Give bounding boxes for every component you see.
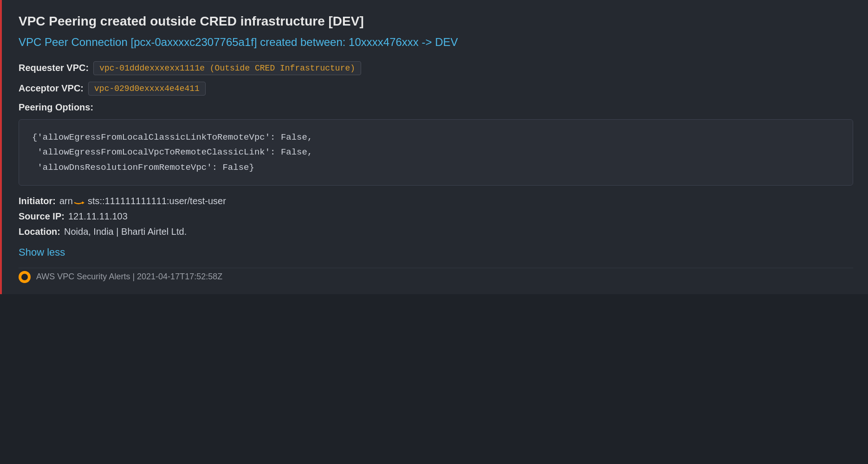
- location-value: Noida, India | Bharti Airtel Ltd.: [64, 226, 187, 237]
- aws-icon: [19, 271, 31, 283]
- aws-icon-inner: [21, 274, 28, 280]
- acceptor-vpc-value: vpc-029d0exxxx4e4e411: [88, 82, 206, 96]
- source-ip-value: 121.11.11.103: [68, 211, 128, 222]
- acceptor-vpc-label: Acceptor VPC:: [19, 83, 84, 94]
- requester-vpc-label: Requester VPC:: [19, 63, 89, 73]
- location-label: Location:: [19, 226, 60, 237]
- alert-card: VPC Peering created outside CRED infrast…: [0, 0, 868, 294]
- requester-vpc-row: Requester VPC: vpc-01dddexxxexx1111e (Ou…: [19, 61, 853, 75]
- footer-row: AWS VPC Security Alerts | 2021-04-17T17:…: [19, 271, 853, 283]
- initiator-row: Initiator: arn sts::111111111111:user/te…: [19, 196, 853, 206]
- requester-vpc-value: vpc-01dddexxxexx1111e (Outside CRED Infr…: [93, 61, 361, 75]
- initiator-label: Initiator:: [19, 196, 56, 206]
- footer-source-text: AWS VPC Security Alerts | 2021-04-17T17:…: [36, 272, 222, 282]
- divider: [19, 268, 853, 268]
- source-ip-row: Source IP: 121.11.11.103: [19, 211, 853, 222]
- vpc-connection-link[interactable]: VPC Peer Connection [pcx-0axxxxc2307765a…: [19, 34, 853, 50]
- initiator-arn-suffix: sts::111111111111:user/test-user: [88, 196, 226, 206]
- source-ip-label: Source IP:: [19, 211, 65, 222]
- alert-title: VPC Peering created outside CRED infrast…: [19, 13, 853, 30]
- peering-options-code: {'allowEgressFromLocalClassicLinkToRemot…: [19, 119, 853, 186]
- acceptor-vpc-row: Acceptor VPC: vpc-029d0exxxx4e4e411: [19, 82, 853, 96]
- amazon-icon: [74, 197, 87, 205]
- location-row: Location: Noida, India | Bharti Airtel L…: [19, 226, 853, 237]
- show-less-button[interactable]: Show less: [19, 246, 65, 258]
- peering-options-label: Peering Options:: [19, 102, 853, 113]
- initiator-arn-prefix: arn: [59, 196, 73, 206]
